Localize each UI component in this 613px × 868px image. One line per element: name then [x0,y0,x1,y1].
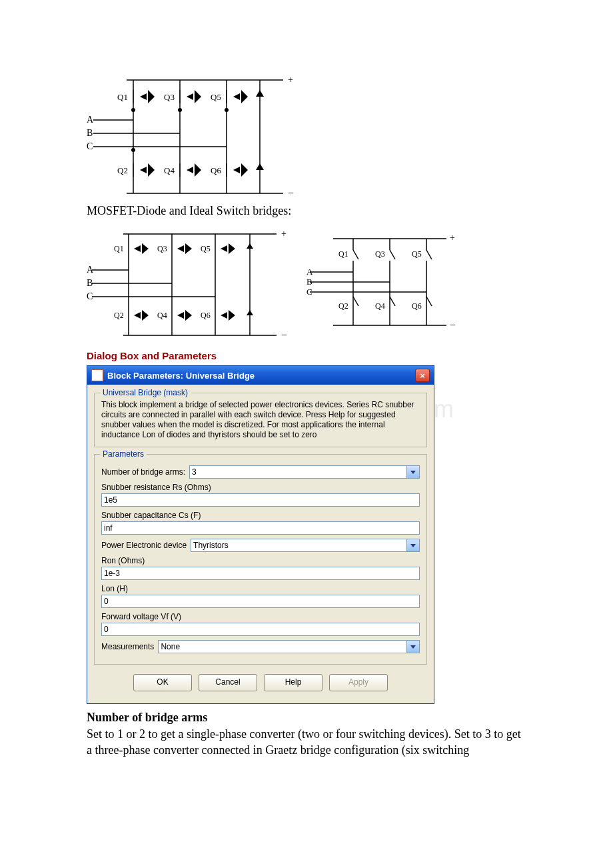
chevron-down-icon[interactable] [406,641,419,653]
svg-text:−: − [288,187,294,199]
svg-point-19 [131,148,135,152]
svg-text:Q3: Q3 [375,249,385,259]
svg-text:A: A [87,265,94,275]
parameters-groupbox: Parameters Number of bridge arms: 3 Snub… [94,454,427,665]
parameters-legend: Parameters [100,449,147,459]
svg-text:+: + [450,233,455,243]
mask-description: This block implement a bridge of selecte… [101,400,420,440]
vf-label: Forward voltage Vf (V) [101,612,420,621]
svg-point-25 [178,108,182,112]
ron-input[interactable] [101,567,420,580]
svg-text:Q1: Q1 [117,92,128,102]
bridge-arms-combo[interactable]: 3 [189,465,420,479]
svg-text:B: B [87,278,93,288]
svg-marker-70 [229,243,235,254]
block-parameters-dialog: Block Parameters: Universal Bridge × Uni… [87,365,434,704]
dialog-titlebar[interactable]: Block Parameters: Universal Bridge × [87,366,434,385]
svg-marker-18 [148,163,155,177]
svg-text:B: B [87,128,93,138]
svg-text:Q1: Q1 [114,244,124,253]
svg-point-35 [225,108,229,112]
svg-marker-55 [134,245,141,252]
help-button[interactable]: Help [264,674,322,691]
svg-marker-13 [148,90,155,103]
bridge-diagram-top: + − A B C Q1 [87,67,300,200]
svg-text:Q3: Q3 [157,244,167,253]
svg-marker-76 [247,243,253,249]
cancel-button[interactable]: Cancel [199,674,257,691]
svg-text:Q4: Q4 [164,165,175,175]
svg-marker-63 [185,243,192,254]
body-text-arms: Set to 1 or 2 to get a single-phase conv… [87,726,526,759]
svg-marker-42 [256,90,264,97]
app-icon [91,369,103,381]
svg-text:Q6: Q6 [412,301,422,311]
svg-marker-22 [187,93,193,100]
svg-marker-77 [247,310,253,315]
svg-text:Q2: Q2 [117,165,128,175]
svg-text:−: − [281,329,287,341]
svg-point-14 [131,108,135,112]
bridge-arms-label: Number of bridge arms: [101,467,185,477]
device-combo[interactable]: Thyristors [191,539,420,552]
svg-marker-39 [241,163,248,177]
svg-text:+: + [281,229,287,239]
snubber-c-input[interactable] [101,521,420,535]
svg-line-104 [426,297,432,306]
svg-text:Q2: Q2 [114,311,124,320]
svg-text:+: + [288,75,293,85]
svg-text:Q6: Q6 [211,165,221,175]
svg-marker-73 [229,310,235,321]
vf-input[interactable] [101,623,420,636]
svg-line-89 [353,250,358,259]
bridge-diagram-ideal-switch: + − A B C Q1 Q2 Q3 [306,222,460,335]
svg-text:Q4: Q4 [157,311,167,320]
apply-button[interactable]: Apply [329,674,388,691]
svg-text:Q2: Q2 [338,301,348,311]
bridge-diagram-mosfet: + − A B C Q1 Q2 Q3 Q4 [87,222,293,342]
mask-legend: Universal Bridge (mask) [100,388,191,397]
svg-text:Q6: Q6 [201,311,211,320]
dialog-button-bar: OK Cancel Help Apply [94,671,427,698]
svg-marker-72 [221,312,227,319]
snubber-r-input[interactable] [101,493,420,507]
mask-groupbox: Universal Bridge (mask) This block imple… [94,393,427,447]
svg-text:Q3: Q3 [164,92,175,102]
svg-text:C: C [306,287,312,297]
svg-line-101 [426,250,432,259]
svg-text:C: C [87,291,93,301]
svg-marker-69 [221,245,227,252]
device-value: Thyristors [191,539,406,551]
svg-marker-29 [195,163,201,177]
svg-text:−: − [450,319,456,331]
measurements-label: Measurements [101,642,154,651]
chevron-down-icon[interactable] [406,539,419,551]
measurements-combo[interactable]: None [158,640,420,653]
close-icon[interactable]: × [415,369,430,382]
svg-marker-37 [233,167,240,173]
svg-marker-16 [140,167,147,173]
svg-marker-43 [256,163,264,170]
device-label: Power Electronic device [101,541,187,550]
svg-text:Q5: Q5 [412,249,422,259]
svg-text:C: C [87,141,93,151]
svg-text:Q5: Q5 [201,244,211,253]
lon-label: Lon (H) [101,584,420,593]
svg-marker-32 [233,93,240,100]
svg-marker-62 [177,245,184,252]
lon-input[interactable] [101,595,420,608]
dialog-title: Block Parameters: Universal Bridge [107,371,255,381]
svg-line-98 [390,297,395,306]
chevron-down-icon[interactable] [406,466,419,478]
ok-button[interactable]: OK [133,674,192,691]
svg-line-92 [353,297,358,306]
measurements-value: None [159,641,406,653]
svg-line-95 [390,250,395,259]
svg-marker-58 [134,312,141,319]
svg-text:B: B [306,277,312,287]
subheading-number-arms: Number of bridge arms [87,711,526,725]
svg-marker-27 [187,167,193,173]
mosfet-caption: MOSFET-Diode and Ideal Switch bridges: [87,204,526,218]
svg-marker-34 [241,90,248,103]
snubber-r-label: Snubber resistance Rs (Ohms) [101,483,420,492]
